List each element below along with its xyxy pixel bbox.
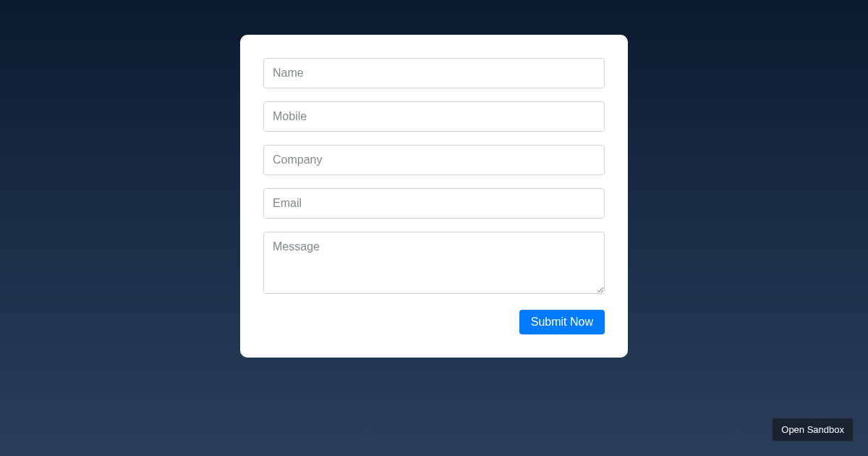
- form-group-mobile: [263, 101, 605, 132]
- message-textarea[interactable]: [263, 232, 605, 294]
- contact-form-card: Submit Now: [240, 35, 628, 358]
- open-sandbox-button[interactable]: Open Sandbox: [772, 418, 854, 442]
- submit-row: Submit Now: [263, 310, 605, 334]
- form-group-message: [263, 232, 605, 297]
- mobile-input[interactable]: [263, 101, 605, 132]
- name-input[interactable]: [263, 58, 605, 88]
- email-input[interactable]: [263, 188, 605, 219]
- form-group-company: [263, 145, 605, 175]
- form-group-name: [263, 58, 605, 88]
- submit-button[interactable]: Submit Now: [519, 310, 605, 334]
- form-group-email: [263, 188, 605, 219]
- company-input[interactable]: [263, 145, 605, 175]
